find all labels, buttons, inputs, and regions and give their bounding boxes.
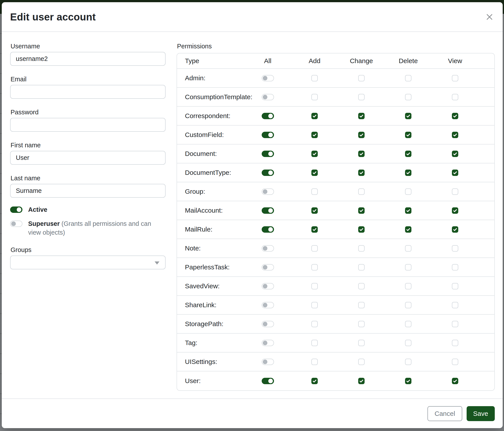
add-checkbox[interactable]: [311, 321, 318, 327]
all-toggle[interactable]: [262, 264, 274, 270]
all-toggle[interactable]: [262, 170, 274, 176]
view-checkbox[interactable]: [452, 302, 458, 308]
change-checkbox[interactable]: [358, 151, 365, 157]
delete-checkbox[interactable]: [405, 302, 411, 308]
view-checkbox[interactable]: [452, 189, 458, 195]
add-checkbox[interactable]: [311, 359, 318, 365]
email-label: Email: [10, 75, 166, 83]
toggle-knob: [17, 207, 21, 212]
groups-select[interactable]: [10, 256, 166, 269]
username-input[interactable]: [10, 52, 166, 66]
change-checkbox[interactable]: [358, 170, 365, 176]
add-checkbox[interactable]: [311, 170, 318, 176]
all-toggle[interactable]: [262, 302, 274, 308]
change-checkbox[interactable]: [358, 226, 365, 233]
delete-checkbox[interactable]: [405, 226, 411, 233]
add-checkbox[interactable]: [311, 340, 318, 346]
all-toggle[interactable]: [262, 321, 274, 327]
change-checkbox[interactable]: [358, 113, 365, 119]
all-toggle[interactable]: [262, 340, 274, 346]
change-checkbox[interactable]: [358, 378, 365, 384]
view-checkbox[interactable]: [452, 283, 458, 289]
delete-checkbox[interactable]: [405, 75, 411, 81]
save-button[interactable]: Save: [467, 406, 495, 421]
delete-checkbox[interactable]: [405, 151, 411, 157]
all-toggle[interactable]: [262, 151, 274, 157]
all-toggle[interactable]: [262, 75, 274, 81]
delete-checkbox[interactable]: [405, 207, 411, 214]
change-checkbox[interactable]: [358, 359, 365, 365]
toggle-knob: [268, 152, 273, 156]
email-field[interactable]: [10, 85, 166, 99]
all-toggle[interactable]: [262, 207, 274, 214]
view-checkbox[interactable]: [452, 264, 458, 270]
change-checkbox[interactable]: [358, 302, 365, 308]
all-toggle[interactable]: [262, 359, 274, 365]
add-checkbox[interactable]: [311, 207, 318, 214]
all-toggle[interactable]: [262, 226, 274, 233]
all-toggle[interactable]: [262, 132, 274, 138]
view-checkbox[interactable]: [452, 321, 458, 327]
add-checkbox[interactable]: [311, 283, 318, 289]
delete-checkbox[interactable]: [405, 189, 411, 195]
change-checkbox[interactable]: [358, 245, 365, 251]
view-checkbox[interactable]: [452, 340, 458, 346]
change-checkbox[interactable]: [358, 321, 365, 327]
change-checkbox[interactable]: [358, 283, 365, 289]
add-checkbox[interactable]: [311, 302, 318, 308]
active-toggle[interactable]: [10, 207, 22, 213]
view-checkbox[interactable]: [452, 94, 458, 100]
all-toggle[interactable]: [262, 94, 274, 100]
delete-checkbox[interactable]: [405, 113, 411, 119]
all-toggle[interactable]: [262, 378, 274, 384]
add-checkbox[interactable]: [311, 75, 318, 81]
delete-checkbox[interactable]: [405, 321, 411, 327]
delete-checkbox[interactable]: [405, 359, 411, 365]
add-checkbox[interactable]: [311, 151, 318, 157]
change-checkbox[interactable]: [358, 189, 365, 195]
last-name-field[interactable]: [10, 184, 166, 198]
delete-checkbox[interactable]: [405, 94, 411, 100]
superuser-toggle[interactable]: [10, 221, 22, 227]
add-checkbox[interactable]: [311, 226, 318, 233]
view-checkbox[interactable]: [452, 75, 458, 81]
view-checkbox[interactable]: [452, 207, 458, 214]
view-checkbox[interactable]: [452, 226, 458, 233]
view-checkbox[interactable]: [452, 359, 458, 365]
cancel-button[interactable]: Cancel: [427, 406, 462, 421]
change-checkbox[interactable]: [358, 207, 365, 214]
permission-type-label: UISettings:: [177, 358, 244, 366]
change-checkbox[interactable]: [358, 132, 365, 138]
all-toggle[interactable]: [262, 113, 274, 119]
add-checkbox[interactable]: [311, 264, 318, 270]
view-checkbox[interactable]: [452, 132, 458, 138]
view-checkbox[interactable]: [452, 378, 458, 384]
delete-checkbox[interactable]: [405, 283, 411, 289]
close-button[interactable]: [484, 12, 495, 22]
change-checkbox[interactable]: [358, 340, 365, 346]
delete-checkbox[interactable]: [405, 132, 411, 138]
delete-checkbox[interactable]: [405, 264, 411, 270]
add-checkbox[interactable]: [311, 132, 318, 138]
add-checkbox[interactable]: [311, 245, 318, 251]
delete-checkbox[interactable]: [405, 378, 411, 384]
add-checkbox[interactable]: [311, 189, 318, 195]
password-field[interactable]: [10, 118, 166, 132]
all-toggle[interactable]: [262, 283, 274, 289]
change-checkbox[interactable]: [358, 264, 365, 270]
view-checkbox[interactable]: [452, 170, 458, 176]
change-checkbox[interactable]: [358, 94, 365, 100]
change-checkbox[interactable]: [358, 75, 365, 81]
delete-checkbox[interactable]: [405, 245, 411, 251]
view-checkbox[interactable]: [452, 245, 458, 251]
add-checkbox[interactable]: [311, 113, 318, 119]
delete-checkbox[interactable]: [405, 170, 411, 176]
view-checkbox[interactable]: [452, 151, 458, 157]
all-toggle[interactable]: [262, 189, 274, 195]
add-checkbox[interactable]: [311, 94, 318, 100]
delete-checkbox[interactable]: [405, 340, 411, 346]
first-name-field[interactable]: [10, 151, 166, 165]
add-checkbox[interactable]: [311, 378, 318, 384]
all-toggle[interactable]: [262, 245, 274, 251]
view-checkbox[interactable]: [452, 113, 458, 119]
